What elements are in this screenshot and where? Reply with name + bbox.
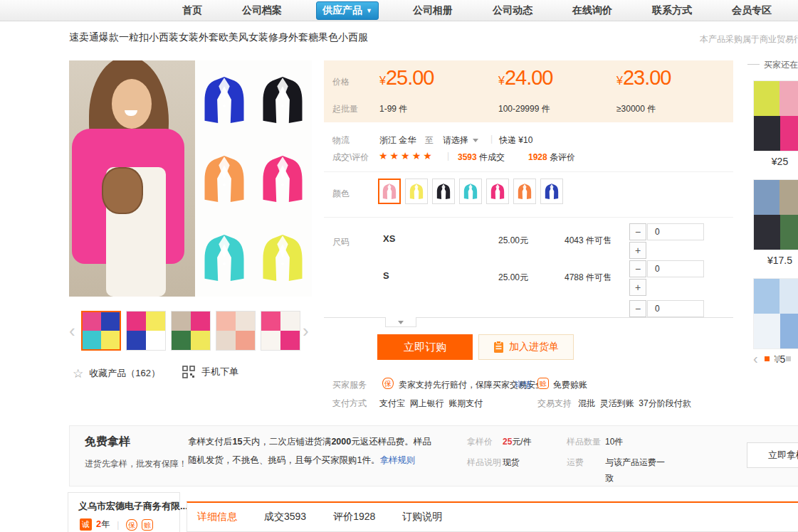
tab-item[interactable]: 详细信息 bbox=[197, 511, 237, 523]
company-years: 2年 bbox=[96, 518, 110, 531]
product-thumbnail[interactable] bbox=[216, 311, 256, 351]
pager-dot[interactable] bbox=[786, 356, 791, 361]
blazer-icon bbox=[382, 182, 397, 201]
sample-rule-link[interactable]: 拿样规则 bbox=[379, 455, 415, 465]
size-stock: 4043 件可售 bbox=[565, 235, 611, 247]
nav-item[interactable]: 联系方式▼ bbox=[646, 2, 698, 19]
sample-subtitle: 进货先拿样，批发有保障！ bbox=[85, 458, 187, 470]
size-price: 25.00元 bbox=[498, 272, 528, 284]
nav-item[interactable]: 在线询价▼ bbox=[567, 2, 618, 19]
blazer-tile bbox=[253, 139, 312, 218]
size-expander[interactable] bbox=[385, 317, 416, 327]
sidebar-item-image bbox=[753, 278, 798, 349]
company-name[interactable]: 义乌市宏德电子商务有限... bbox=[78, 500, 188, 513]
details-link[interactable]: 详情 bbox=[515, 379, 532, 391]
quantity-stepper: − bbox=[629, 300, 704, 318]
main-product-image[interactable] bbox=[69, 60, 312, 297]
sidebar-title-dash bbox=[747, 64, 760, 65]
sample-description: 拿样支付后15天内，二次店铺进货满2000元返还样品费。样品随机发货，不挑色、挑… bbox=[188, 432, 439, 469]
photo-face bbox=[112, 79, 152, 129]
color-swatch[interactable] bbox=[459, 179, 482, 204]
company-card: 义乌市宏德电子商务有限... 诚 2年 | 保 赊 bbox=[68, 492, 180, 532]
sidebar-item-image bbox=[753, 179, 798, 250]
chevron-down-icon bbox=[473, 139, 478, 142]
color-swatch[interactable] bbox=[513, 179, 536, 204]
color-swatch[interactable] bbox=[432, 179, 455, 204]
size-section: 尺码 XS 25.00元 4043 件可售 − + S 25.00元 4788 … bbox=[324, 222, 733, 318]
credit-badge-icon: 赊 bbox=[537, 378, 549, 389]
product-thumbnail[interactable] bbox=[126, 311, 166, 351]
color-swatch[interactable] bbox=[540, 179, 563, 204]
pager-dot[interactable] bbox=[775, 356, 780, 361]
favorite-button[interactable]: ☆ 收藏产品（162） bbox=[73, 367, 160, 380]
tier-price: ¥23.00 bbox=[616, 66, 671, 90]
nav-item[interactable]: 公司动态▼ bbox=[487, 2, 538, 19]
product-thumbnail[interactable] bbox=[81, 311, 121, 351]
blazer-icon bbox=[436, 182, 451, 201]
price-label: 价格 bbox=[332, 76, 350, 88]
tier-price: ¥25.00 bbox=[379, 66, 434, 90]
order-now-button[interactable]: 立即订购 bbox=[377, 334, 473, 360]
divider: | bbox=[447, 151, 449, 161]
reviews-count[interactable]: 1928 条评价 bbox=[528, 151, 575, 164]
size-name: XS bbox=[383, 233, 395, 244]
tier-range: 1-99 件 bbox=[379, 103, 407, 115]
sample-price-label: 拿样价 bbox=[467, 436, 493, 448]
blazer-tile bbox=[253, 60, 312, 139]
rating-label: 成交\评价 bbox=[332, 151, 369, 164]
sample-note-label: 样品说明 bbox=[467, 457, 501, 469]
deals-count[interactable]: 3593 件成交 bbox=[458, 151, 505, 164]
detail-tabs: 详细信息 成交3593 评价1928 订购说明 bbox=[187, 501, 798, 532]
product-thumbnail[interactable] bbox=[171, 311, 211, 351]
mobile-order-button[interactable]: 手机下单 bbox=[182, 366, 238, 378]
blazer-color-collage bbox=[195, 60, 312, 297]
color-label: 颜色 bbox=[332, 188, 350, 200]
tier-price: ¥24.00 bbox=[498, 66, 552, 90]
blazer-icon bbox=[201, 73, 248, 127]
credit-text: 免费赊账 bbox=[553, 379, 587, 391]
qty-plus-button[interactable]: + bbox=[629, 242, 646, 259]
sidebar-prev-button[interactable]: ‹ bbox=[753, 351, 758, 366]
qty-minus-button[interactable]: − bbox=[629, 223, 646, 240]
tab-item[interactable]: 评价1928 bbox=[333, 511, 375, 523]
qty-minus-button[interactable]: − bbox=[629, 260, 646, 277]
product-thumbnail[interactable] bbox=[261, 311, 300, 351]
blazer-icon bbox=[544, 182, 560, 201]
nav-item[interactable]: 首页▼ bbox=[177, 2, 208, 19]
payment-methods: 支付宝 网上银行 账期支付 bbox=[379, 398, 483, 410]
trade-support-label: 交易支持 bbox=[537, 398, 572, 410]
blazer-icon bbox=[259, 230, 306, 284]
size-row: S 25.00元 4788 件可售 − + bbox=[324, 259, 733, 296]
color-swatch[interactable] bbox=[378, 179, 401, 204]
sidebar-item[interactable]: ¥17.5 bbox=[753, 179, 798, 272]
color-swatch[interactable] bbox=[405, 179, 428, 204]
sample-ship-label: 运费 bbox=[567, 457, 584, 469]
thumb-next-button[interactable]: › bbox=[303, 321, 309, 340]
payment-label: 支付方式 bbox=[332, 398, 367, 410]
tab-item[interactable]: 订购说明 bbox=[402, 511, 442, 523]
qty-minus-button[interactable]: − bbox=[629, 300, 646, 317]
destination-select[interactable]: 请选择 bbox=[443, 134, 478, 147]
color-swatch[interactable] bbox=[486, 179, 509, 204]
sample-order-button[interactable]: 立即拿样 bbox=[747, 442, 798, 468]
qty-input[interactable] bbox=[647, 223, 704, 240]
quantity-stepper: − + bbox=[629, 223, 704, 259]
chevron-down-icon bbox=[398, 321, 404, 324]
thumb-prev-button[interactable]: ‹ bbox=[69, 321, 75, 340]
sidebar-item[interactable]: ¥25 bbox=[753, 80, 798, 173]
nav-item[interactable]: 公司档案▼ bbox=[236, 2, 288, 19]
pager-dot[interactable] bbox=[765, 356, 770, 361]
blazer-icon bbox=[201, 230, 248, 284]
qty-input[interactable] bbox=[647, 300, 704, 317]
divider: | bbox=[117, 520, 119, 530]
add-to-cart-button[interactable]: 加入进货单 bbox=[478, 334, 574, 360]
nav-item[interactable]: 供应产品▼ bbox=[316, 1, 379, 20]
qty-plus-button[interactable]: + bbox=[629, 279, 646, 296]
size-price: 25.00元 bbox=[498, 235, 528, 247]
tab-item[interactable]: 成交3593 bbox=[264, 511, 306, 523]
nav-item[interactable]: 公司相册▼ bbox=[407, 2, 458, 19]
qty-input[interactable] bbox=[647, 260, 704, 277]
to-label: 至 bbox=[425, 134, 434, 147]
favorite-label: 收藏产品（162） bbox=[89, 367, 160, 380]
nav-item[interactable]: 会员专区▼ bbox=[726, 2, 777, 19]
